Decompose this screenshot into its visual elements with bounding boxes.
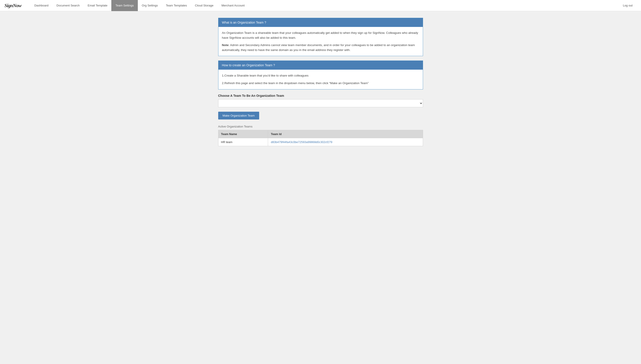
info-box-what-is: What is an Organization Team ? An Organi… (218, 18, 423, 56)
nav-cloud-storage[interactable]: Cloud Storage (191, 0, 218, 11)
nav-dashboard[interactable]: Dashboard (30, 0, 53, 11)
choose-team-section: Choose A Team To Be An Organization Team (218, 94, 423, 107)
info-box-note-body: : Admin and Secondary Admins cannot view… (222, 44, 415, 52)
info-box-how-to-body: 1.Create a Sharable team that you'd like… (218, 70, 423, 89)
table-header-row: Team Name Team Id (218, 130, 423, 138)
col-header-team-id: Team Id (268, 130, 423, 138)
choose-team-label: Choose A Team To Be An Organization Team (218, 94, 423, 98)
make-org-team-button[interactable]: Make Organization Team (218, 112, 259, 120)
nav-team-settings[interactable]: Team Settings (111, 0, 138, 11)
nav-document-search[interactable]: Document Search (53, 0, 84, 11)
nav-org-settings[interactable]: Org Settings (138, 0, 162, 11)
info-box-step1: 1.Create a Sharable team that you'd like… (222, 73, 419, 78)
team-name-cell: HR team (218, 138, 268, 146)
team-id-cell: d83b479f44fa43c0be72593a99868d0c302cf279 (268, 138, 423, 146)
nav-links: Dashboard Document Search Email Template… (30, 0, 636, 11)
active-teams-label: Active Organization Teams (218, 125, 423, 128)
team-id-link[interactable]: d83b479f44fa43c0be72593a99868d0c302cf279 (271, 140, 332, 144)
nav-email-template[interactable]: Email Template (84, 0, 112, 11)
nav-logout[interactable]: Log out (619, 0, 636, 11)
main-content: What is an Organization Team ? An Organi… (214, 18, 427, 146)
logo: SignNow (5, 3, 21, 8)
table-row: HR team d83b479f44fa43c0be72593a99868d0c… (218, 138, 423, 146)
info-box-note-label: Note (222, 44, 229, 47)
top-nav: SignNow Dashboard Document Search Email … (0, 0, 641, 11)
info-box-what-is-para2: Note: Admin and Secondary Admins cannot … (222, 43, 419, 52)
team-select-dropdown[interactable] (218, 99, 423, 107)
info-box-what-is-para1: An Organization Team is a shareable team… (222, 30, 419, 40)
active-org-teams-section: Active Organization Teams Team Name Team… (218, 125, 423, 146)
info-box-what-is-header: What is an Organization Team ? (218, 18, 423, 27)
nav-team-templates[interactable]: Team Templates (162, 0, 191, 11)
info-box-what-is-body: An Organization Team is a shareable team… (218, 27, 423, 56)
active-teams-table: Team Name Team Id HR team d83b479f44fa43… (218, 130, 423, 146)
col-header-team-name: Team Name (218, 130, 268, 138)
info-box-how-to: How to create an Organization Team ? 1.C… (218, 60, 423, 89)
info-box-step2: 2.Refresh this page and select the team … (222, 81, 419, 86)
info-box-how-to-header: How to create an Organization Team ? (218, 61, 423, 70)
nav-merchant-account[interactable]: Merchant Account (218, 0, 249, 11)
